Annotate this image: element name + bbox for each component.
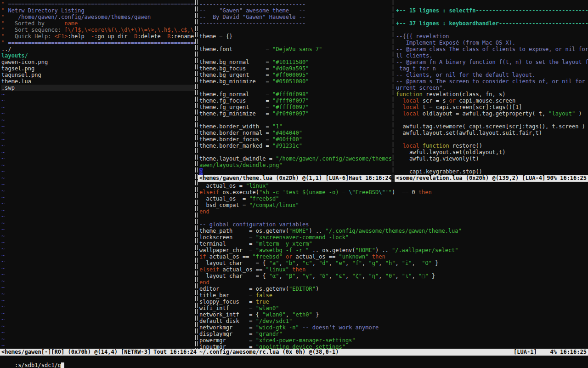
- code-segment: [419, 143, 423, 149]
- code-line: gawen-icon.png: [1, 59, 195, 65]
- statusline-rc-position-info: [LUA-1] 4% 16:16:25: [514, 349, 587, 356]
- code-segment: end: [199, 279, 209, 286]
- revelation-lua-pane[interactable]: +-- 15 lignes : selectfn----------------…: [395, 0, 588, 182]
- code-segment: ~: [1, 98, 5, 104]
- code-segment: '": [385, 189, 392, 196]
- code-line: [199, 117, 391, 123]
- code-segment: "HOME": [289, 228, 309, 234]
- code-line: awful.layout.set(oldlayout,t): [396, 149, 588, 155]
- vim-terminal-screen: " ======================================…: [0, 0, 588, 368]
- code-line: " /home/gawen/.config/awesome/themes/gaw…: [1, 14, 195, 20]
- code-line: +-- 37 lignes : keyboardhandler---------…: [396, 20, 588, 27]
- code-line: theme.lua: [1, 78, 195, 85]
- code-segment: "#d0a9a595": [272, 65, 309, 72]
- code-line: [396, 136, 588, 143]
- code-segment: theme.layout_dwindle =: [199, 155, 276, 162]
- code-segment: ~: [1, 246, 5, 252]
- vertical-split-separator-left[interactable]: [195, 0, 198, 349]
- code-segment: "ι": [402, 273, 412, 279]
- code-segment: "g": [369, 260, 379, 266]
- code-line: -- @param class The class of clients to …: [396, 46, 588, 52]
- rc-lua-pane[interactable]: actual_os = "linux"elseif os.execute("sh…: [198, 182, 588, 349]
- code-line: [199, 27, 391, 33]
- code-segment: ): [316, 286, 319, 292]
- code-line: awful.layout.set(awful.layout.suit.fair,…: [396, 130, 588, 136]
- code-segment: actual_os =: [199, 196, 249, 202]
- code-segment: ,: [412, 273, 418, 279]
- code-segment: then: [418, 189, 432, 196]
- code-line: inputmgr = "gpointing-device-settings": [199, 344, 588, 349]
- code-segment: ": [1, 1, 8, 7]
- code-segment: [396, 98, 402, 104]
- statusline-revelation: <some/revelation.lua (0x20h) @(139,2) [L…: [395, 175, 588, 182]
- code-line: ~: [1, 297, 195, 304]
- code-line: capi.keygrabber.stop(): [396, 168, 588, 175]
- code-line: elseif actual_os == "linux" then: [199, 266, 588, 273]
- code-segment: ): [575, 110, 582, 117]
- code-segment: "δ": [319, 273, 329, 279]
- code-segment: "#10111580": [272, 59, 309, 65]
- code-line: ~: [1, 130, 195, 136]
- code-segment: theme.border_width =: [199, 123, 272, 130]
- code-segment: ,: [286, 311, 292, 318]
- code-segment: ~: [1, 259, 5, 265]
- code-line: theme.layout_dwindle = "/home/gawen/.con…: [199, 155, 391, 162]
- theme-lua-buffer[interactable]: ---------------------------------- "Gawe…: [198, 0, 391, 175]
- code-segment: displaymgr =: [199, 331, 256, 337]
- code-segment: ========================================…: [8, 1, 195, 7]
- code-segment: ~: [1, 181, 5, 188]
- code-segment: \": [349, 189, 355, 196]
- code-line: ~: [1, 194, 195, 201]
- code-line: ~: [1, 110, 195, 117]
- code-segment: ~: [1, 233, 5, 239]
- code-segment: theme.font =: [199, 46, 272, 52]
- code-segment: ": [1, 27, 8, 33]
- code-segment: "linux": [246, 183, 269, 189]
- vertical-split-separator-middle[interactable]: [391, 0, 395, 182]
- code-segment: "mlterm -y xterm": [256, 241, 312, 247]
- code-segment: ~: [1, 155, 5, 162]
- code-line: theme.bg_urgent = "#ff000095": [199, 72, 391, 78]
- netrw-file-list[interactable]: " ======================================…: [0, 0, 195, 349]
- code-segment: -- Implement Exposé (from Mac OS X).: [396, 40, 515, 46]
- code-line: ~: [1, 233, 195, 239]
- code-segment: -- global configuration variables: [199, 221, 309, 228]
- theme-lua-pane[interactable]: ---------------------------------- "Gawe…: [198, 0, 391, 182]
- command-line[interactable]: :s/sdb1/sdc1/g: [0, 356, 588, 368]
- code-segment: layouts/: [1, 52, 28, 59]
- code-segment: false: [256, 292, 272, 299]
- code-segment: ,: [412, 260, 422, 266]
- code-line: sloppy_focus = true: [199, 299, 588, 305]
- code-segment: "#91231c": [272, 143, 302, 149]
- code-line: ~: [1, 284, 195, 291]
- code-segment: ll clients.: [396, 52, 432, 59]
- code-line: tag t for n: [396, 65, 588, 72]
- code-line: ~: [1, 239, 195, 246]
- code-segment: :help: [68, 33, 91, 40]
- code-segment: theme.bg_focus =: [199, 65, 272, 72]
- code-segment: theme.bg_minimize =: [199, 78, 272, 85]
- code-segment: t = capi.screen[scr]:tags()[1]: [419, 104, 522, 110]
- code-segment: "/.config/awesome/themes/gawen/theme.lua…: [326, 228, 462, 234]
- code-segment: "freebsd": [253, 253, 283, 260]
- code-segment: networkmgr =: [199, 324, 256, 331]
- code-segment: local: [402, 104, 419, 110]
- code-line: powermgr = "xfce4-power-manager-settings…: [199, 337, 588, 344]
- code-line: ~: [1, 201, 195, 207]
- code-segment: ,: [296, 273, 302, 279]
- code-line: networkmgr = "wicd-gtk -n" -- doesn't wo…: [199, 324, 588, 331]
- code-line: lockscreen = "xscreensaver-command -lock…: [199, 234, 588, 241]
- code-segment: -- @param fn A binary function f(t, n) t…: [396, 59, 588, 65]
- code-line: awen/layouts/dwindle.png": [199, 162, 391, 168]
- code-line: " Sorted by name: [1, 20, 195, 27]
- code-line: theme.border_normal = "#404040": [199, 130, 391, 136]
- code-segment: ,: [329, 273, 335, 279]
- code-segment: "#ff000095": [272, 72, 309, 78]
- rc-lua-buffer[interactable]: actual_os = "linux"elseif os.execute("sh…: [198, 182, 588, 349]
- code-segment: os.execute(: [219, 189, 259, 196]
- revelation-lua-buffer[interactable]: +-- 15 lignes : selectfn----------------…: [395, 0, 588, 175]
- statusline-rc-file-info: ~/.config/awesome/rc.lua (0x 0h) @(38,0-…: [199, 349, 339, 356]
- netrw-pane[interactable]: " ======================================…: [0, 0, 195, 349]
- code-line: local scr = s or capi.mouse.screen: [396, 98, 588, 104]
- code-segment: ~: [1, 342, 5, 349]
